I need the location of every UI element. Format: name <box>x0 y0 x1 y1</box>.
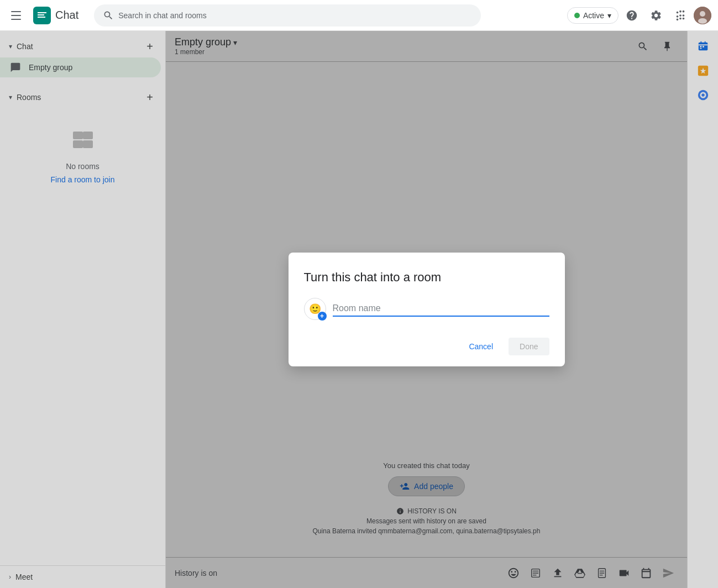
svg-rect-16 <box>704 41 705 44</box>
svg-rect-0 <box>11 11 21 12</box>
room-name-input-wrap <box>333 301 549 317</box>
chat-section-header[interactable]: ▾ Chat + <box>0 35 165 57</box>
search-bar[interactable] <box>94 4 481 27</box>
add-chat-button[interactable]: + <box>143 40 156 53</box>
dialog-overlay: Turn this chat into a room 🙂 + Cancel Do… <box>166 31 687 588</box>
svg-rect-15 <box>700 41 701 44</box>
chat-chevron-icon: ▾ <box>9 43 12 50</box>
sidebar: ▾ Chat + Empty group ▾ Rooms + <box>0 31 166 588</box>
menu-icon[interactable] <box>7 4 29 27</box>
help-icon[interactable] <box>621 4 643 27</box>
svg-rect-7 <box>73 132 83 139</box>
svg-point-5 <box>700 11 705 17</box>
status-label: Active <box>583 11 604 20</box>
rooms-section-header[interactable]: ▾ Rooms + <box>0 86 165 108</box>
settings-icon[interactable] <box>645 4 667 27</box>
app-logo: Chat <box>33 7 78 24</box>
room-name-input[interactable] <box>333 301 549 317</box>
sidebar-item-empty-group[interactable]: Empty group <box>0 57 161 77</box>
sidebar-item-label-empty-group: Empty group <box>29 63 72 72</box>
status-dot <box>574 13 580 18</box>
emoji-add-indicator: + <box>318 312 327 321</box>
status-chevron: ▾ <box>607 11 611 20</box>
turn-into-room-dialog: Turn this chat into a room 🙂 + Cancel Do… <box>289 253 565 366</box>
meet-section-header[interactable]: › Meet <box>0 566 165 588</box>
svg-rect-8 <box>83 132 93 139</box>
svg-rect-2 <box>11 19 21 20</box>
dialog-input-row: 🙂 + <box>304 298 549 320</box>
rooms-chevron-icon: ▾ <box>9 93 12 101</box>
dialog-title: Turn this chat into a room <box>304 270 549 285</box>
layout: ▾ Chat + Empty group ▾ Rooms + <box>0 31 718 588</box>
emoji-picker-button[interactable]: 🙂 + <box>304 298 326 320</box>
svg-rect-10 <box>83 140 93 148</box>
svg-point-6 <box>698 18 707 24</box>
svg-rect-17 <box>700 46 701 48</box>
apps-icon[interactable] <box>669 4 691 27</box>
right-sidebar <box>687 31 718 588</box>
svg-point-23 <box>701 93 705 97</box>
svg-rect-14 <box>698 44 707 45</box>
main-area: Empty group ▾ 1 member You created this … <box>166 31 687 588</box>
topbar: Chat Active ▾ <box>0 0 718 31</box>
meet-section-label: Meet <box>15 573 33 581</box>
calendar-right-icon[interactable] <box>692 35 714 57</box>
add-room-button[interactable]: + <box>143 91 156 104</box>
tasks-right-icon[interactable] <box>692 84 714 106</box>
svg-rect-1 <box>11 15 21 16</box>
chat-section-label: Chat <box>17 42 33 51</box>
meet-chevron-icon: › <box>9 573 11 581</box>
chat-item-icon <box>9 62 22 73</box>
meet-section: › Meet <box>0 565 165 588</box>
svg-rect-19 <box>700 48 701 49</box>
rooms-section-label: Rooms <box>17 93 41 102</box>
keep-right-icon[interactable] <box>692 60 714 82</box>
search-input[interactable] <box>118 11 472 20</box>
topbar-right: Active ▾ <box>567 4 711 27</box>
svg-rect-18 <box>703 46 704 48</box>
avatar[interactable] <box>694 7 711 24</box>
cancel-button[interactable]: Cancel <box>458 338 504 355</box>
rooms-empty-state: No rooms Find a room to join <box>0 108 165 202</box>
svg-rect-9 <box>73 140 83 148</box>
dialog-actions: Cancel Done <box>304 338 549 355</box>
rooms-empty-icon <box>70 126 96 158</box>
no-rooms-text: No rooms <box>66 162 99 171</box>
chat-section: ▾ Chat + Empty group <box>0 31 165 82</box>
search-icon <box>103 10 114 21</box>
app-name: Chat <box>55 9 78 22</box>
done-button[interactable]: Done <box>509 338 549 355</box>
status-button[interactable]: Active ▾ <box>567 7 619 24</box>
find-room-link[interactable]: Find a room to join <box>51 175 115 184</box>
rooms-section: ▾ Rooms + No rooms Find a room to join <box>0 82 165 206</box>
